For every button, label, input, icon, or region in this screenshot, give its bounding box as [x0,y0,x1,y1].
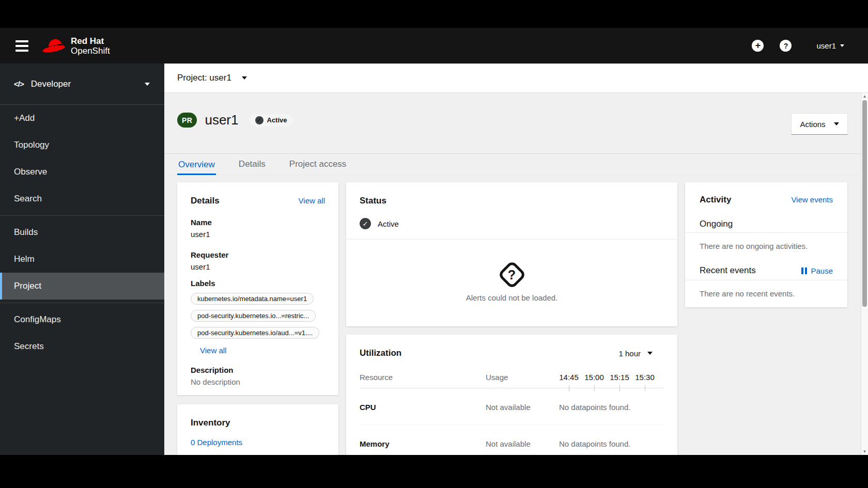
sidebar-item-builds[interactable]: Builds [0,219,164,246]
field-label-name: Name [191,218,325,227]
field-value-name: user1 [191,230,325,239]
page-header: PR user1 ✓ Active Actions [164,93,868,154]
dashboard-grid: Details View all Name user1 Requester us… [164,175,868,455]
time-axis: 14:45 15:00 15:15 15:30 [559,373,655,382]
inventory-card: Inventory 0 Deployments [177,404,338,455]
activity-card-title: Activity [700,195,731,205]
scroll-up-icon[interactable]: ▲ [861,94,868,99]
app-body: </> Developer +Add Topology Observe Sear… [0,64,868,455]
time-tick: 15:15 [610,373,629,382]
brand-line1: Red Hat [71,36,110,46]
sidebar-item-label: Topology [14,140,49,150]
middle-column: Status ✓ Active ? Alerts could not be lo… [346,182,677,455]
brand-line2: OpenShift [71,46,110,56]
label-chip[interactable]: pod-security.kubernetes.io...=restric... [191,310,316,322]
alerts-section: ? Alerts could not be loaded. [346,240,677,326]
sidebar-item-project[interactable]: Project [0,273,164,300]
field-value-requester: user1 [191,262,325,271]
caret-down-icon [145,83,150,86]
activity-card: Activity View events Ongoing There are n… [685,182,847,307]
nav-group-3: ConfigMaps Secrets [0,303,164,363]
actions-label: Actions [800,120,825,129]
tab-project-access[interactable]: Project access [288,159,348,175]
status-card: Status ✓ Active ? Alerts could not be lo… [346,182,677,326]
nav-group-2: Builds Helm Project [0,215,164,303]
add-plus-circle-icon[interactable]: + [752,40,764,52]
sidebar-item-label: Observe [14,167,47,177]
sidebar-item-label: Builds [14,227,38,238]
inventory-deployments-link[interactable]: 0 Deployments [191,438,325,447]
pause-label: Pause [811,266,833,275]
column-resource: Resource [360,373,486,382]
help-question-circle-icon[interactable]: ? [780,40,792,52]
sidebar-item-label: Search [14,194,42,204]
details-view-all-link[interactable]: View all [299,196,325,205]
project-selector[interactable]: Project: user1 [177,73,231,83]
resource-name: CPU [360,403,486,412]
sidebar-item-topology[interactable]: Topology [0,132,164,159]
redhat-fedora-icon [42,38,65,54]
field-label-requester: Requester [191,250,325,259]
page-title: user1 [205,112,238,128]
caret-down-icon [834,122,839,125]
column-usage: Usage [486,373,557,382]
perspective-switcher[interactable]: </> Developer [0,64,164,105]
status-active-row: ✓ Active [360,218,664,229]
resource-usage: Not available [486,403,557,412]
sidebar-item-label: Secrets [14,341,44,352]
masthead: Red Hat OpenShift + ? user1 [0,28,868,64]
project-selector-bar: Project: user1 [164,64,868,93]
caret-down-icon [647,352,653,355]
sidebar-item-label: Project [14,281,41,291]
brand-logo[interactable]: Red Hat OpenShift [42,36,110,56]
letterbox-bottom [0,455,868,488]
caret-down-icon [840,44,844,47]
perspective-label: Developer [31,79,71,89]
sidebar-item-helm[interactable]: Helm [0,246,164,273]
details-card-title: Details [191,196,220,206]
utilization-row-cpu: CPU Not available No datapoints found. [360,388,664,425]
masthead-toolbar: + ? user1 [752,40,844,52]
time-tick: 14:45 [559,373,579,382]
duration-select[interactable]: 1 hour [618,349,653,358]
sidebar-item-add[interactable]: +Add [0,105,164,132]
status-badge-label: Active [267,116,287,124]
nav-toggle-hamburger-icon[interactable] [16,40,28,52]
pause-button[interactable]: Pause [801,266,833,275]
sidebar-item-label: +Add [14,113,35,123]
sidebar: </> Developer +Add Topology Observe Sear… [0,64,164,455]
sidebar-item-secrets[interactable]: Secrets [0,333,164,360]
label-chip[interactable]: kubernetes.io/metadata.name=user1 [191,293,314,305]
sidebar-item-search[interactable]: Search [0,185,164,212]
label-chip[interactable]: pod-security.kubernetes.io/aud...=v1.... [191,327,319,339]
time-tick: 15:30 [635,373,655,382]
sidebar-item-observe[interactable]: Observe [0,159,164,185]
description-value: No description [191,377,325,386]
labels-view-all-link[interactable]: View all [200,346,226,355]
caret-down-icon[interactable] [242,76,247,80]
sidebar-item-label: ConfigMaps [14,314,61,325]
main-area: Project: user1 PR user1 ✓ Active Actions [164,64,868,455]
duration-value: 1 hour [618,349,641,358]
openshift-console: Red Hat OpenShift + ? user1 </> Develope… [0,0,868,488]
tab-details[interactable]: Details [238,159,267,175]
scrollbar-thumb[interactable] [862,100,867,307]
nav-group-1: +Add Topology Observe Search [0,105,164,215]
ongoing-heading: Ongoing [685,205,847,233]
details-card: Details View all Name user1 Requester us… [177,182,338,395]
tab-bar: Overview Details Project access [164,154,868,175]
right-column: Activity View events Ongoing There are n… [685,182,847,307]
resource-chart-empty: No datapoints found. [559,439,630,448]
sidebar-item-configmaps[interactable]: ConfigMaps [0,306,164,333]
scroll-down-icon[interactable]: ▼ [861,449,868,454]
tab-overview[interactable]: Overview [177,160,216,175]
letterbox-top [0,0,868,28]
check-circle-icon: ✓ [255,116,264,124]
left-column: Details View all Name user1 Requester us… [177,182,338,455]
username: user1 [816,41,836,50]
vertical-scrollbar[interactable]: ▲ ▼ [861,93,868,455]
unknown-question-icon: ? [497,260,526,289]
user-menu[interactable]: user1 [816,41,844,50]
view-events-link[interactable]: View events [791,195,833,204]
actions-button[interactable]: Actions [791,113,848,135]
